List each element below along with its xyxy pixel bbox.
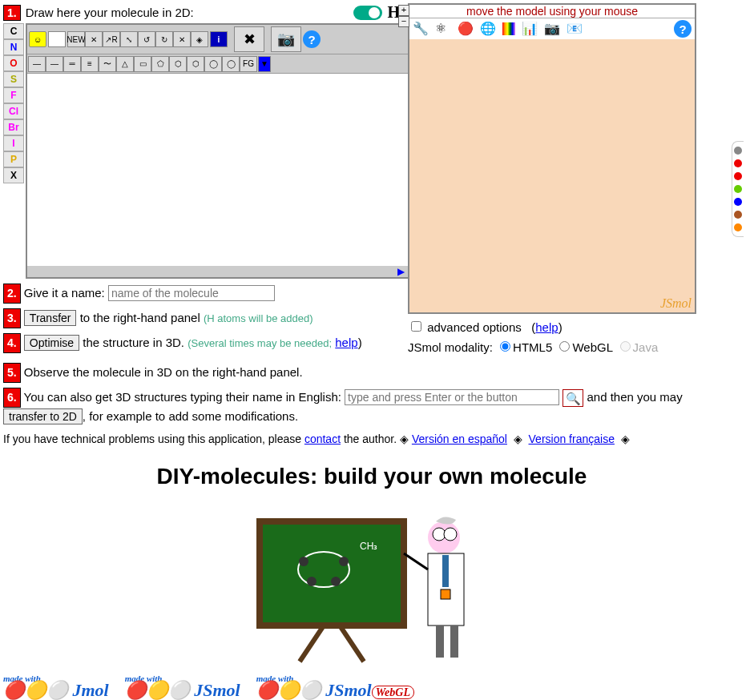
h-toggle[interactable]	[353, 6, 382, 20]
element-P[interactable]: P	[3, 151, 24, 167]
color-dot[interactable]	[734, 211, 742, 219]
tool1-2[interactable]: ↗R	[103, 31, 120, 47]
color-dot[interactable]	[734, 185, 742, 193]
element-X[interactable]: X	[3, 167, 24, 183]
color-dot[interactable]	[734, 223, 742, 231]
svg-text:CH₃: CH₃	[360, 541, 377, 552]
advanced-checkbox[interactable]	[411, 321, 421, 332]
color-dot[interactable]	[734, 198, 742, 206]
tool1-1[interactable]: ✕	[85, 31, 103, 47]
svg-rect-16	[436, 626, 444, 658]
drawing-canvas[interactable]	[27, 74, 408, 266]
element-Cl[interactable]: Cl	[3, 103, 24, 119]
step-1-text: Draw here your molecule in 2D:	[26, 6, 194, 19]
toolbar-1: ☺ NEW✕↗R⤡↺↻✕◈ i ✖ 📷 ?	[27, 23, 408, 54]
tool2-7[interactable]: ⬠	[151, 56, 169, 72]
element-O[interactable]: O	[3, 55, 24, 71]
tool2-10[interactable]: ◯	[204, 56, 222, 72]
modality-label: JSmol modality:	[408, 340, 493, 354]
svg-point-11	[444, 528, 457, 541]
color-strip	[732, 141, 744, 237]
play-icon[interactable]: ▶	[394, 266, 408, 277]
element-Br[interactable]: Br	[3, 119, 24, 135]
step-6-num: 6.	[3, 388, 21, 408]
element-C[interactable]: C	[3, 23, 24, 39]
tool2-9[interactable]: ⬡	[187, 56, 204, 72]
optimise-button[interactable]: Optimise	[24, 335, 79, 351]
element-sidebar: CNOSFClBrIPX	[3, 23, 24, 183]
smiley-icon[interactable]: ☺	[29, 31, 46, 47]
logos: made with🔴🟡⚪ Jmolmade with🔴🟡⚪ JSmolmade …	[3, 674, 740, 701]
tool1-3[interactable]: ⤡	[120, 31, 138, 47]
french-link[interactable]: Version française	[529, 432, 615, 445]
contact-link[interactable]: contact	[304, 432, 341, 445]
logo-0[interactable]: made with🔴🟡⚪ Jmol	[3, 674, 109, 701]
step-2-text: Give it a name:	[24, 286, 105, 300]
scrollbar[interactable]: ▶	[27, 266, 408, 277]
svg-line-15	[404, 553, 428, 569]
modality-webgl[interactable]	[559, 341, 570, 352]
element-N[interactable]: N	[3, 39, 24, 55]
tool1-6[interactable]: ✕	[173, 31, 191, 47]
jsmol-zoom-in[interactable]: +	[398, 5, 409, 16]
element-S[interactable]: S	[3, 71, 24, 87]
tool1-7[interactable]: ◈	[191, 31, 208, 47]
step-4-num: 4.	[3, 333, 21, 353]
svg-rect-17	[450, 626, 458, 658]
name-input[interactable]	[108, 285, 275, 301]
svg-line-2	[340, 626, 364, 662]
step-4-help-link[interactable]: help	[335, 336, 357, 349]
logo-1[interactable]: made with🔴🟡⚪ JSmol	[125, 674, 240, 701]
svg-line-1	[300, 626, 324, 662]
step-6-text2: and then you may	[587, 390, 682, 404]
step-2-num: 2.	[3, 284, 21, 304]
info-button[interactable]: i	[210, 31, 228, 47]
transfer-2d-button[interactable]: transfer to 2D	[3, 408, 83, 424]
advanced-help-link[interactable]: help	[535, 320, 558, 334]
tool-box[interactable]	[48, 31, 66, 47]
jsmol-zoom-out[interactable]: −	[398, 16, 409, 27]
step-5-num: 5.	[3, 363, 21, 383]
illustration: CH₃	[3, 505, 740, 666]
svg-point-7	[331, 577, 341, 586]
advanced-label: advanced options	[427, 320, 522, 334]
color-dot[interactable]	[734, 147, 742, 155]
tool2-12[interactable]: FG	[240, 56, 257, 72]
tool2-11[interactable]: ◯	[222, 56, 240, 72]
tool1-5[interactable]: ↻	[155, 31, 173, 47]
color-dot[interactable]	[734, 172, 742, 180]
modality-html5[interactable]	[500, 341, 510, 352]
tool1-4[interactable]: ↺	[138, 31, 155, 47]
step-6-text1: You can also get 3D structures typing th…	[24, 390, 341, 404]
svg-rect-14	[441, 589, 450, 599]
step-4-text: the structure in 3D.	[83, 336, 184, 349]
tool2-0[interactable]: —	[28, 56, 46, 72]
tool2-5[interactable]: △	[116, 56, 134, 72]
transfer-button[interactable]: Transfer	[24, 310, 77, 326]
element-I[interactable]: I	[3, 135, 24, 151]
jsmol-panel[interactable]: + − move the model using your mouse 🔧 ⚛ …	[408, 3, 696, 314]
element-F[interactable]: F	[3, 87, 24, 103]
eraser-button[interactable]: ✖	[234, 26, 264, 52]
tool1-0[interactable]: NEW	[67, 31, 85, 47]
tool2-8[interactable]: ⬡	[169, 56, 187, 72]
step-3-hint: (H atoms will be added)	[204, 312, 313, 324]
tool2-3[interactable]: ≡	[81, 56, 99, 72]
svg-rect-13	[442, 555, 449, 587]
tool2-6[interactable]: ▭	[134, 56, 151, 72]
tool2-1[interactable]: —	[46, 56, 63, 72]
svg-rect-0	[260, 521, 404, 626]
triangle-button[interactable]: ▼	[258, 56, 271, 72]
camera-button[interactable]: 📷	[271, 26, 301, 52]
search-go-button[interactable]: 🔍	[562, 389, 583, 407]
help-icon[interactable]: ?	[303, 30, 321, 48]
step-3-num: 3.	[3, 308, 21, 328]
tool2-4[interactable]: 〜	[99, 56, 116, 72]
modality-java[interactable]	[620, 341, 631, 352]
spanish-link[interactable]: Versión en español	[412, 432, 507, 445]
svg-point-5	[339, 557, 349, 566]
name-search-input[interactable]	[345, 389, 559, 405]
tool2-2[interactable]: ═	[63, 56, 81, 72]
logo-2[interactable]: made with🔴🟡⚪ JSmolWebGL	[256, 674, 414, 701]
color-dot[interactable]	[734, 159, 742, 167]
